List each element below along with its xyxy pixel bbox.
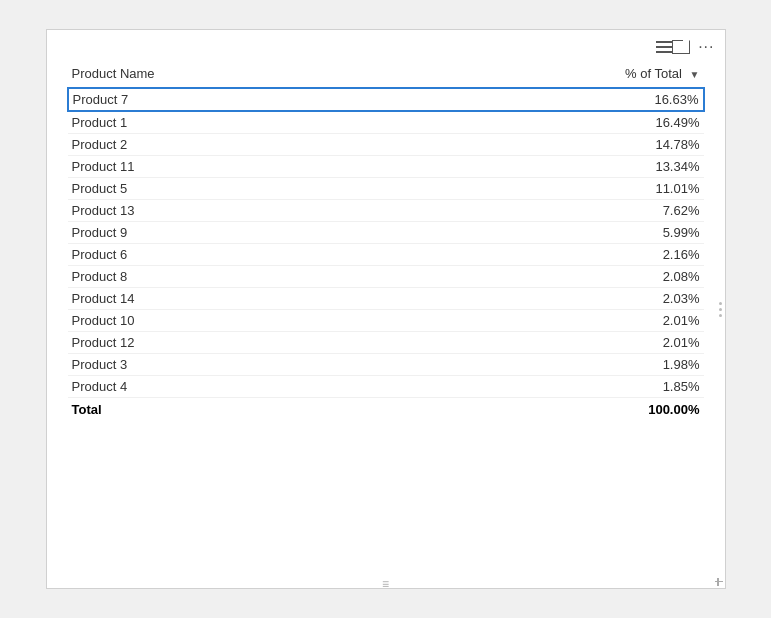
product-name-cell: Product 13 <box>68 200 409 222</box>
header-right: ··· <box>672 38 714 56</box>
table-row[interactable]: Product 511.01% <box>68 178 704 200</box>
total-value: 100.00% <box>408 398 703 422</box>
table-row[interactable]: Product 214.78% <box>68 134 704 156</box>
product-name-cell: Product 9 <box>68 222 409 244</box>
table-row[interactable]: Product 82.08% <box>68 266 704 288</box>
table-row[interactable]: Product 62.16% <box>68 244 704 266</box>
pct-total-cell: 16.63% <box>408 88 703 111</box>
pct-total-cell: 13.34% <box>408 156 703 178</box>
expand-icon[interactable] <box>672 40 690 54</box>
pct-total-cell: 2.08% <box>408 266 703 288</box>
table-row[interactable]: Product 137.62% <box>68 200 704 222</box>
table-header-row: Product Name % of Total ▼ <box>68 62 704 88</box>
total-label: Total <box>68 398 409 422</box>
product-name-cell: Product 7 <box>68 88 409 111</box>
table-row[interactable]: Product 1113.34% <box>68 156 704 178</box>
resize-handle-right[interactable] <box>719 294 723 324</box>
product-name-cell: Product 1 <box>68 111 409 134</box>
table-row[interactable]: Product 102.01% <box>68 310 704 332</box>
col-header-pct-total[interactable]: % of Total ▼ <box>408 62 703 88</box>
corner-resize-handle-br[interactable] <box>715 578 723 586</box>
product-name-cell: Product 4 <box>68 376 409 398</box>
product-name-cell: Product 2 <box>68 134 409 156</box>
pct-total-cell: 1.85% <box>408 376 703 398</box>
total-row: Total 100.00% <box>68 398 704 422</box>
product-name-cell: Product 3 <box>68 354 409 376</box>
hamburger-icon[interactable] <box>656 41 672 53</box>
sort-icon: ▼ <box>690 69 700 80</box>
product-name-cell: Product 12 <box>68 332 409 354</box>
more-options-icon[interactable]: ··· <box>698 38 714 56</box>
pct-total-cell: 2.16% <box>408 244 703 266</box>
resize-dots <box>719 302 722 317</box>
product-name-cell: Product 8 <box>68 266 409 288</box>
resize-dot <box>719 302 722 305</box>
table-row[interactable]: Product 142.03% <box>68 288 704 310</box>
pct-total-cell: 11.01% <box>408 178 703 200</box>
product-name-cell: Product 5 <box>68 178 409 200</box>
pct-total-cell: 7.62% <box>408 200 703 222</box>
col-header-product-name[interactable]: Product Name <box>68 62 409 88</box>
header-center <box>656 41 672 53</box>
table-row[interactable]: Product 122.01% <box>68 332 704 354</box>
pct-total-cell: 2.01% <box>408 310 703 332</box>
pct-total-cell: 1.98% <box>408 354 703 376</box>
widget-content: Product Name % of Total ▼ Product 716.63… <box>47 62 725 588</box>
product-name-cell: Product 11 <box>68 156 409 178</box>
product-name-cell: Product 14 <box>68 288 409 310</box>
resize-handle-bottom[interactable] <box>371 582 401 586</box>
pct-total-cell: 2.03% <box>408 288 703 310</box>
pct-total-cell: 5.99% <box>408 222 703 244</box>
resize-dot <box>719 308 722 311</box>
table-row[interactable]: Product 116.49% <box>68 111 704 134</box>
product-name-cell: Product 10 <box>68 310 409 332</box>
table-row[interactable]: Product 41.85% <box>68 376 704 398</box>
widget-container: ··· Product Name % of Total ▼ Product 71… <box>46 29 726 589</box>
pct-total-cell: 14.78% <box>408 134 703 156</box>
data-table: Product Name % of Total ▼ Product 716.63… <box>67 62 705 421</box>
pct-total-cell: 16.49% <box>408 111 703 134</box>
widget-header: ··· <box>47 30 725 62</box>
resize-dot <box>719 314 722 317</box>
table-row[interactable]: Product 95.99% <box>68 222 704 244</box>
pct-total-cell: 2.01% <box>408 332 703 354</box>
product-name-cell: Product 6 <box>68 244 409 266</box>
table-row[interactable]: Product 31.98% <box>68 354 704 376</box>
table-row[interactable]: Product 716.63% <box>68 88 704 111</box>
